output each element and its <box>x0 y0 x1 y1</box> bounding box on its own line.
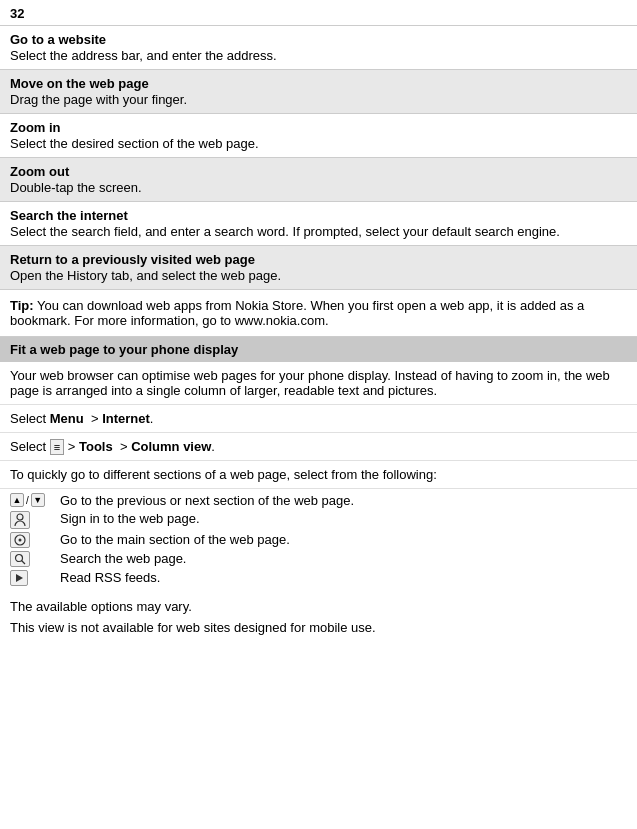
arrows-description: Go to the previous or next section of th… <box>60 493 627 508</box>
menu-items-table: ▲ / ▼ Go to the previous or next section… <box>0 489 637 593</box>
home-icon-cell <box>10 532 60 548</box>
section-zoom-in: Zoom in Select the desired section of th… <box>0 114 637 158</box>
tip-block: Tip: You can download web apps from Noki… <box>0 290 637 337</box>
section-title-zoom-in: Zoom in <box>10 120 627 135</box>
tip-label: Tip: <box>10 298 34 313</box>
section-body-zoom-out: Double-tap the screen. <box>10 180 627 195</box>
menu-item-rss: Read RSS feeds. <box>10 570 627 586</box>
section-title-zoom-out: Zoom out <box>10 164 627 179</box>
svg-line-4 <box>22 561 26 565</box>
instruction-1: Select Menu > Internet. <box>10 411 627 426</box>
up-arrow-icon: ▲ <box>10 493 24 507</box>
section-move-on-web: Move on the web page Drag the page with … <box>0 70 637 114</box>
svg-point-3 <box>16 555 23 562</box>
svg-marker-5 <box>16 574 23 582</box>
menu-item-arrows: ▲ / ▼ Go to the previous or next section… <box>10 493 627 508</box>
section-title-return-web: Return to a previously visited web page <box>10 252 627 267</box>
search-description: Search the web page. <box>60 551 627 566</box>
section-return-web: Return to a previously visited web page … <box>0 246 637 290</box>
arrows-icon-cell: ▲ / ▼ <box>10 493 60 507</box>
signin-icon-cell <box>10 511 60 529</box>
section-body-search-internet: Select the search field, and enter a sea… <box>10 224 627 239</box>
section-search-internet: Search the internet Select the search fi… <box>0 202 637 246</box>
section-body-move-on-web: Drag the page with your finger. <box>10 92 627 107</box>
quickly-text: To quickly go to different sections of a… <box>10 467 627 482</box>
tip-text: You can download web apps from Nokia Sto… <box>10 298 584 328</box>
section-body-zoom-in: Select the desired section of the web pa… <box>10 136 627 151</box>
page-number: 32 <box>0 0 637 26</box>
section-title-search-internet: Search the internet <box>10 208 627 223</box>
quickly-text-block: To quickly go to different sections of a… <box>0 461 637 489</box>
section-body-go-to-website: Select the address bar, and enter the ad… <box>10 48 627 63</box>
final-notes: The available options may vary. This vie… <box>0 593 637 647</box>
arrows-icon: ▲ / ▼ <box>10 493 45 507</box>
section-go-to-website: Go to a website Select the address bar, … <box>0 26 637 70</box>
tools-icon: ≡ <box>50 439 64 455</box>
rss-description: Read RSS feeds. <box>60 570 627 585</box>
search-icon <box>10 551 30 567</box>
section-zoom-out: Zoom out Double-tap the screen. <box>0 158 637 202</box>
rss-icon-cell <box>10 570 60 586</box>
instruction-1-block: Select Menu > Internet. <box>0 405 637 433</box>
person-icon <box>10 511 30 529</box>
instruction-2-block: Select ≡ > Tools > Column view. <box>0 433 637 461</box>
section-body-return-web: Open the History tab, and select the web… <box>10 268 627 283</box>
svg-point-0 <box>17 514 23 520</box>
search-icon-cell <box>10 551 60 567</box>
signin-description: Sign in to the web page. <box>60 511 627 526</box>
section-title-move-on-web: Move on the web page <box>10 76 627 91</box>
menu-item-signin: Sign in to the web page. <box>10 511 627 529</box>
fit-body-text: Your web browser can optimise web pages … <box>10 368 627 398</box>
home-icon <box>10 532 30 548</box>
fit-heading-bar: Fit a web page to your phone display <box>0 337 637 362</box>
menu-bold: Menu <box>50 411 84 426</box>
tools-bold: Tools <box>79 439 113 454</box>
column-view-bold: Column view <box>131 439 211 454</box>
footer-note-1: The available options may vary. <box>10 599 627 614</box>
svg-point-2 <box>19 539 22 542</box>
footer-note-2: This view is not available for web sites… <box>10 620 627 635</box>
instruction-2: Select ≡ > Tools > Column view. <box>10 439 627 454</box>
fit-body-block: Your web browser can optimise web pages … <box>0 362 637 405</box>
menu-item-search: Search the web page. <box>10 551 627 567</box>
section-title-go-to-website: Go to a website <box>10 32 627 47</box>
home-description: Go to the main section of the web page. <box>60 532 627 547</box>
internet-bold: Internet <box>102 411 150 426</box>
rss-icon <box>10 570 28 586</box>
menu-item-home: Go to the main section of the web page. <box>10 532 627 548</box>
down-arrow-icon: ▼ <box>31 493 45 507</box>
